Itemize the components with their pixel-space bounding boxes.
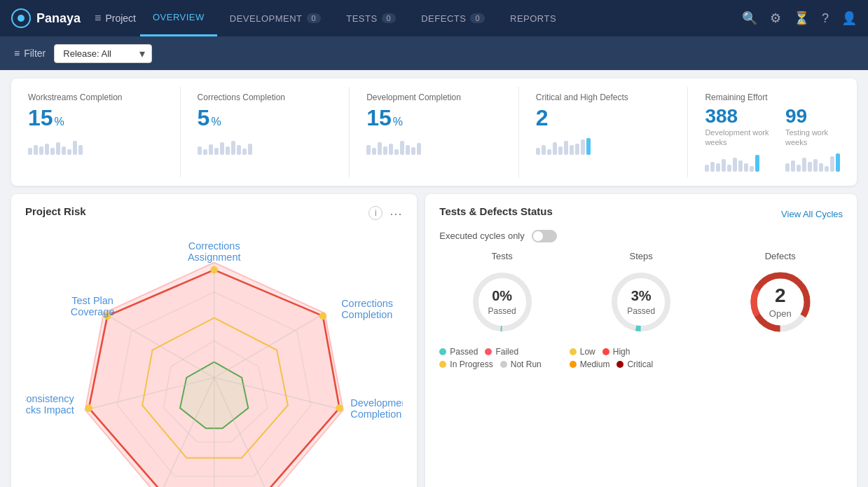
- radar-chart-container: Corrections Assignment Corrections Compl…: [25, 226, 403, 487]
- bar: [808, 162, 812, 172]
- radar-dot-1: [210, 266, 218, 273]
- stat-workstreams-label: Workstreams Completion: [28, 92, 163, 102]
- bar: [536, 148, 540, 155]
- filter-button[interactable]: ≡ Filter: [14, 48, 46, 59]
- defects-metric: Defects 2 Open: [717, 251, 843, 337]
- bar: [400, 141, 404, 155]
- bar: [825, 166, 829, 172]
- logo-icon: [11, 8, 31, 28]
- search-icon[interactable]: 🔍: [742, 11, 757, 26]
- bar: [710, 162, 715, 172]
- remaining-dev-bars: [705, 152, 771, 172]
- bar: [785, 163, 790, 172]
- radar-label-1b: Assignment: [188, 252, 241, 263]
- radar-dot-2: [319, 312, 327, 320]
- filter-label: Filter: [24, 48, 46, 59]
- tests-defects-title: Tests & Defects Status: [439, 205, 552, 217]
- help-icon[interactable]: ?: [822, 11, 829, 26]
- project-risk-icons: i ⋯: [368, 206, 403, 221]
- defects-donut: 2 Open: [745, 267, 815, 337]
- stat-remaining-label: Remaining Effort: [705, 92, 840, 102]
- tab-reports[interactable]: REPORTS: [497, 0, 569, 36]
- bar: [716, 163, 720, 172]
- stat-corrections-value: 5%: [198, 105, 333, 131]
- bar: [722, 159, 726, 172]
- executed-row: Executed cycles only: [439, 230, 843, 242]
- steps-donut-label: 3% Passed: [627, 287, 655, 316]
- settings-icon[interactable]: ⚙: [770, 11, 781, 26]
- bar: [226, 146, 230, 155]
- bar: [231, 141, 235, 155]
- bar: [209, 144, 213, 155]
- bar: [248, 144, 252, 155]
- legend-defects: Low High Medium: [570, 347, 653, 369]
- radar-label-6b: Checks Impact: [25, 404, 74, 416]
- tests-donut-label: 0% Passed: [488, 287, 516, 316]
- legend-low-dot: [570, 348, 577, 355]
- executed-toggle[interactable]: [532, 230, 557, 242]
- bar: [378, 142, 382, 155]
- bar: [744, 163, 748, 172]
- radar-label-3: Development: [350, 397, 403, 408]
- view-all-cycles-link[interactable]: View All Cycles: [781, 209, 843, 219]
- radar-dot-3: [336, 404, 343, 412]
- bar: [214, 148, 219, 155]
- bar: [242, 149, 247, 155]
- bar: [67, 149, 71, 155]
- executed-label: Executed cycles only: [439, 231, 524, 241]
- release-select-wrap: Release: All: [54, 44, 152, 63]
- legend-critical: Critical: [616, 359, 653, 369]
- legend-failed-dot: [485, 348, 492, 355]
- bar: [394, 149, 399, 155]
- hourglass-icon[interactable]: ⏳: [794, 11, 809, 26]
- legend-tests-steps-row2: In Progress Not Run: [439, 359, 541, 369]
- info-icon[interactable]: i: [368, 206, 383, 220]
- bar: [78, 145, 83, 155]
- tests-metric: Tests 0% Passed: [439, 251, 565, 337]
- legend-notrun-dot: [500, 361, 507, 368]
- stats-row: Workstreams Completion 15% Corrections C…: [11, 78, 857, 186]
- radar-chart: Corrections Assignment Corrections Compl…: [25, 226, 403, 487]
- bar: [417, 143, 421, 155]
- radar-label-2b: Completion: [341, 308, 392, 320]
- bar-active: [755, 155, 759, 172]
- release-select[interactable]: Release: All: [54, 44, 152, 63]
- bar: [733, 158, 737, 172]
- bar: [56, 142, 60, 155]
- tab-defects[interactable]: DEFECTS 0: [408, 0, 497, 36]
- steps-metric-title: Steps: [630, 251, 653, 261]
- stat-development: Development Completion 15%: [350, 87, 519, 177]
- stat-development-label: Development Completion: [366, 92, 502, 102]
- hamburger-menu[interactable]: ≡ Project: [95, 12, 136, 25]
- bar: [411, 147, 415, 155]
- steps-donut: 3% Passed: [606, 267, 676, 337]
- legend-medium: Medium: [570, 359, 610, 369]
- bar: [727, 165, 731, 172]
- bar: [705, 165, 709, 172]
- user-icon[interactable]: 👤: [841, 11, 857, 26]
- bar-active: [836, 153, 840, 172]
- radar-label-2: Corrections: [341, 297, 393, 308]
- bar: [575, 144, 579, 155]
- stat-remaining-items: 388 Development work weeks: [705, 105, 840, 172]
- tab-development[interactable]: DEVELOPMENT 0: [217, 0, 333, 36]
- bar: [39, 146, 43, 155]
- bar: [383, 146, 387, 155]
- filter-icon: ≡: [14, 48, 20, 59]
- legend-passed-dot: [439, 348, 446, 355]
- tab-tests[interactable]: TESTS 0: [333, 0, 408, 36]
- defects-metric-title: Defects: [765, 251, 796, 261]
- stat-defects-label: Critical and High Defects: [536, 92, 671, 102]
- tab-overview[interactable]: OVERVIEW: [140, 0, 217, 36]
- more-icon[interactable]: ⋯: [390, 206, 403, 221]
- legend-defects-row2: Medium Critical: [570, 359, 653, 369]
- legend-tests-steps: Passed Failed In Progress: [439, 347, 541, 369]
- legend-critical-dot: [616, 361, 624, 368]
- bottom-row: Project Risk i ⋯: [11, 194, 857, 487]
- bar: [564, 141, 568, 155]
- stat-development-value: 15%: [366, 105, 502, 131]
- tests-metric-title: Tests: [491, 251, 512, 261]
- stat-workstreams-bars: [28, 135, 163, 155]
- bar: [830, 156, 834, 172]
- top-nav: Panaya ≡ Project OVERVIEW DEVELOPMENT 0 …: [0, 0, 868, 36]
